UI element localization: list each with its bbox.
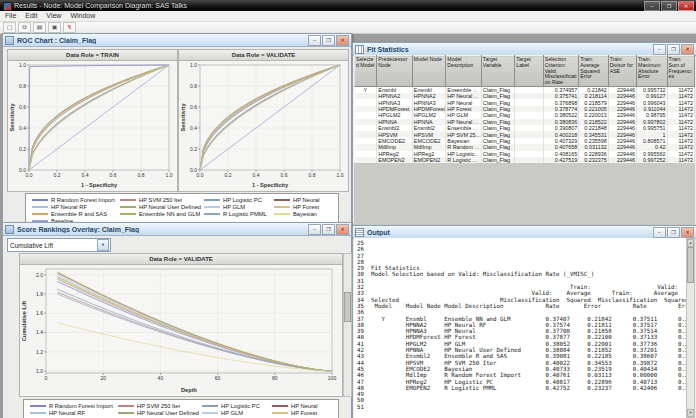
table-cell: Claim_Flag	[481, 112, 514, 118]
column-header[interactable]: Predecessor Node	[377, 56, 413, 87]
tick-label: 0.4	[190, 125, 197, 131]
score-window-titlebar[interactable]: Score Rankings Overlay: Claim_Flag – ❐ ✕	[3, 223, 351, 236]
fit-maximize-button[interactable]: ❐	[667, 44, 680, 55]
legend-item: HP SVM 250 Iter	[120, 196, 204, 203]
legend-label: Bayesian	[293, 211, 317, 217]
legend-item: Ensemble R and SAS	[32, 210, 120, 217]
legend-item: HP SVM 250 Iter	[118, 402, 202, 409]
table-cell	[515, 157, 543, 163]
column-header[interactable]: Train: Divisor for ASE	[608, 56, 636, 87]
legend-item: HP Neural	[272, 402, 328, 409]
column-header[interactable]: Target Label	[515, 56, 543, 87]
fit-window-title: Fit Statistics	[367, 46, 409, 53]
tick-label: 0.0	[197, 172, 204, 178]
column-header[interactable]: Train: Sum of Frequencies	[667, 56, 694, 87]
y-axis-label: Sensitivity	[180, 103, 186, 132]
menu-file[interactable]: File	[5, 11, 16, 21]
menu-edit[interactable]: Edit	[25, 11, 37, 21]
legend-label: HP Logistic PC	[221, 403, 260, 409]
roc-minimize-button[interactable]: –	[308, 35, 321, 46]
table-cell: R Random ...	[446, 144, 482, 150]
tick-label: 0.2	[54, 172, 61, 178]
tick-label: 0.6	[190, 104, 197, 110]
output-maximize-button[interactable]: ❐	[667, 227, 680, 238]
scroll-up-arrow[interactable]: ▲	[687, 239, 694, 247]
legend-swatch	[30, 405, 46, 407]
roc-chart-window: ROC Chart : Claim_Flag – ❐ ✕ Data Role =…	[2, 33, 352, 228]
tick-label: 0.0	[190, 167, 197, 173]
legend-swatch	[274, 213, 290, 215]
lift-legend: R Random Forest ImportHP SVM 250 IterHP …	[23, 399, 339, 418]
table-cell: HP Neural ...	[446, 119, 482, 125]
table-cell: Claim_Flag	[481, 144, 514, 150]
output-close-button[interactable]: ✕	[681, 227, 694, 238]
fit-table-area: Selected ModelPredecessor NodeModel Node…	[354, 55, 695, 225]
column-header[interactable]: Selection Criterion: Valid Misclassifica…	[543, 56, 579, 87]
tick-label: 0.8	[190, 83, 197, 89]
menu-window[interactable]: Window	[70, 11, 95, 21]
output-vertical-scrollbar[interactable]: ▲ ▼	[686, 238, 695, 418]
copy-icon[interactable]: ⧉	[18, 22, 31, 33]
column-header[interactable]: Target Variable	[481, 56, 514, 87]
column-header[interactable]: Model Description	[446, 56, 482, 87]
lift-chart: 0204060801001.01.21.41.61.82.0DepthCumul…	[20, 265, 340, 395]
roc-close-button[interactable]: ✕	[336, 35, 349, 46]
y-axis-label: Sensitivity	[9, 103, 15, 132]
tick-label: 1.6	[36, 310, 43, 316]
print-icon[interactable]: ▤	[33, 22, 46, 33]
legend-label: HP Neural User Defined	[137, 410, 199, 416]
roc-window-titlebar[interactable]: ROC Chart : Claim_Flag – ❐ ✕	[3, 34, 351, 47]
output-minimize-button[interactable]: –	[653, 227, 666, 238]
chart-selector-dropdown[interactable]: Cumulative Lift ▼	[7, 238, 111, 252]
table-cell: 11472	[667, 157, 694, 163]
tick-label: 1.4	[36, 329, 43, 335]
table-cell: 229446	[608, 157, 636, 163]
tick-label: 1.0	[166, 172, 173, 178]
legend-label: HP SVM 250 Iter	[139, 197, 182, 203]
score-vertical-scrollbar[interactable]	[343, 253, 352, 397]
column-header[interactable]: Train: Maximum Absolute Error	[637, 56, 667, 87]
chevron-down-icon: ▼	[97, 239, 109, 251]
fit-close-button[interactable]: ✕	[681, 44, 694, 55]
legend-swatch	[32, 199, 48, 201]
legend-label: HP Forest	[291, 410, 317, 416]
scroll-down-arrow[interactable]: ▼	[687, 409, 694, 417]
export-icon[interactable]: ▣	[48, 22, 61, 33]
legend-item: HP GLM	[202, 409, 272, 416]
table-cell: HPDMForest	[377, 106, 413, 112]
tick-label: 60	[215, 375, 221, 381]
tick-label: 0.4	[253, 172, 260, 178]
tick-label: 0.2	[19, 146, 26, 152]
tick-label: 0.6	[19, 104, 26, 110]
close-button[interactable]: ✕	[678, 1, 694, 11]
legend-label: HP GLM	[221, 410, 243, 416]
table-cell: HPDMForest	[412, 106, 445, 112]
roc-maximize-button[interactable]: ❐	[322, 35, 335, 46]
table-cell: EMOPEN2	[377, 157, 413, 163]
column-header[interactable]: Selected Model	[355, 56, 377, 87]
roc-train-chart: 0.00.20.40.60.81.00.00.20.40.60.81.01 - …	[8, 61, 175, 190]
score-close-button[interactable]: ✕	[336, 224, 349, 235]
fit-minimize-button[interactable]: –	[653, 44, 666, 55]
score-maximize-button[interactable]: ❐	[322, 224, 335, 235]
table-cell: Claim_Flag	[481, 99, 514, 105]
scrollbar-thumb[interactable]	[344, 292, 351, 322]
minimize-button[interactable]: –	[644, 1, 660, 11]
maximize-button[interactable]: ❐	[661, 1, 677, 11]
legend-label: HP Forest	[293, 204, 319, 210]
window-titlebar[interactable]: Results - Node: Model Comparison Diagram…	[0, 0, 696, 11]
tick-label: 0.4	[82, 172, 89, 178]
scrollbar-thumb[interactable]	[687, 247, 694, 283]
table-row[interactable]: EMOPEN2EMOPEN2R Logistic ...Claim_Flag0.…	[355, 157, 695, 163]
tick-label: 0.2	[225, 172, 232, 178]
run-icon[interactable]: ↯	[63, 22, 76, 33]
menu-view[interactable]: View	[46, 11, 61, 21]
tick-label: 0	[45, 375, 48, 381]
new-document-icon[interactable]: ▢	[3, 22, 16, 33]
score-minimize-button[interactable]: –	[308, 224, 321, 235]
table-cell: Claim_Flag	[481, 151, 514, 157]
column-header[interactable]: Train: Average Squared Error	[579, 56, 608, 87]
column-header[interactable]: Model Node	[412, 56, 445, 87]
tick-label: 1.0	[19, 62, 26, 68]
tick-label: 1.0	[190, 62, 197, 68]
